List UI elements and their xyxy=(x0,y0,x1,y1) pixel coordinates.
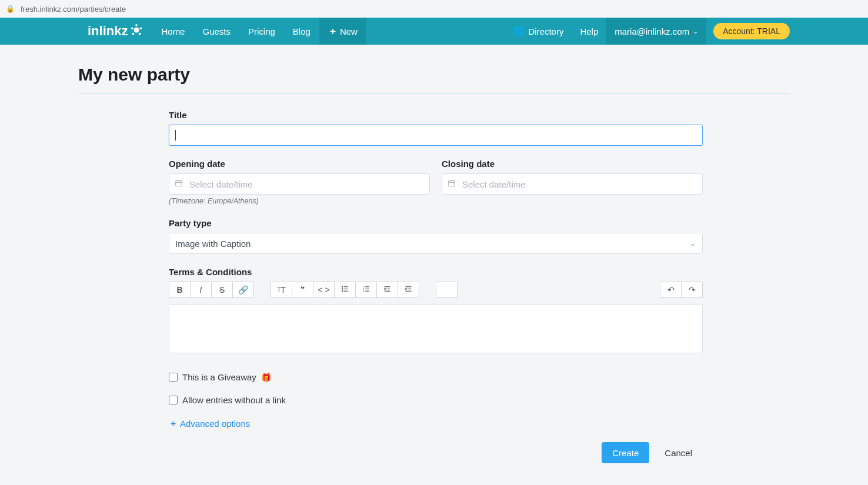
page-divider xyxy=(78,93,790,93)
nav-blog[interactable]: Blog xyxy=(284,18,319,45)
link-icon: 🔗 xyxy=(238,285,248,295)
svg-rect-10 xyxy=(449,180,455,186)
globe-icon: 🌐 xyxy=(513,26,525,36)
nav-directory-label: Directory xyxy=(528,26,563,36)
svg-rect-6 xyxy=(176,180,182,186)
chevron-down-icon: ⌄ xyxy=(693,28,698,35)
redo-icon: ↷ xyxy=(689,285,696,295)
outdent-icon xyxy=(383,285,392,295)
ul-button[interactable] xyxy=(334,282,356,298)
svg-point-2 xyxy=(140,27,142,29)
terms-editor[interactable] xyxy=(169,304,703,353)
browser-url-bar: 🔒 fresh.inlinkz.com/parties/create xyxy=(0,0,868,18)
indent-button[interactable] xyxy=(398,282,419,298)
opening-date-input[interactable] xyxy=(169,173,430,195)
code-icon: < > xyxy=(318,285,329,295)
title-label: Title xyxy=(169,110,703,120)
list-ol-icon: 123 xyxy=(362,285,370,295)
list-ul-icon xyxy=(340,285,349,295)
svg-point-4 xyxy=(132,32,135,35)
nav-user-menu[interactable]: maria@inlinkz.com⌄ xyxy=(606,18,706,45)
cancel-button[interactable]: Cancel xyxy=(654,442,703,463)
strikethrough-button[interactable]: S xyxy=(211,282,233,298)
page-title: My new party xyxy=(78,65,790,85)
svg-point-17 xyxy=(342,286,343,287)
nav-new-label: New xyxy=(340,26,358,36)
quote-button[interactable]: ❞ xyxy=(292,282,313,298)
indent-icon xyxy=(404,285,413,295)
nav-pricing[interactable]: Pricing xyxy=(239,18,284,45)
account-badge[interactable]: Account: TRIAL xyxy=(713,23,790,39)
svg-point-5 xyxy=(131,27,133,29)
plus-icon: ＋ xyxy=(328,25,338,38)
logo-text: inlinkz xyxy=(88,24,128,39)
fontsize-button[interactable]: TT xyxy=(271,282,292,298)
nav-home[interactable]: Home xyxy=(152,18,193,45)
toolbar-spacer xyxy=(436,282,458,298)
closing-date-input[interactable] xyxy=(442,173,703,195)
calendar-icon xyxy=(448,179,456,189)
opening-date-label: Opening date xyxy=(169,159,430,169)
code-button[interactable]: < > xyxy=(313,282,335,298)
gift-icon: 🎁 xyxy=(261,373,271,382)
link-button[interactable]: 🔗 xyxy=(232,282,254,298)
quote-icon: ❞ xyxy=(301,285,305,295)
nav-user-email: maria@inlinkz.com xyxy=(615,26,689,36)
editor-toolbar: B I S 🔗 TT ❞ < > 123 xyxy=(169,282,703,298)
svg-point-0 xyxy=(134,27,139,32)
timezone-hint: (Timezone: Europe/Athens) xyxy=(169,197,430,205)
party-type-select[interactable]: Image with Caption xyxy=(169,233,703,254)
nav-new[interactable]: ＋New xyxy=(319,18,366,45)
closing-date-label: Closing date xyxy=(442,159,703,169)
nav-help[interactable]: Help xyxy=(572,18,606,45)
allow-nolink-label: Allow entries without a link xyxy=(182,395,286,405)
party-type-selected: Image with Caption xyxy=(175,239,251,249)
undo-icon: ↶ xyxy=(667,285,675,295)
giveaway-checkbox-row[interactable]: This is a Giveaway 🎁 xyxy=(169,372,703,382)
terms-label: Terms & Conditions xyxy=(169,267,703,277)
allow-nolink-checkbox[interactable] xyxy=(169,396,178,404)
svg-text:3: 3 xyxy=(363,290,365,293)
text-cursor xyxy=(175,130,176,141)
giveaway-label: This is a Giveaway xyxy=(182,372,256,382)
allow-nolink-checkbox-row[interactable]: Allow entries without a link xyxy=(169,395,703,405)
svg-point-3 xyxy=(139,32,141,35)
redo-button[interactable]: ↷ xyxy=(681,282,703,298)
advanced-options-label: Advanced options xyxy=(180,419,250,429)
svg-point-18 xyxy=(342,289,343,289)
top-nav: inlinkz Home Guests Pricing Blog ＋New 🌐D… xyxy=(0,18,868,45)
calendar-icon xyxy=(175,179,183,189)
create-button[interactable]: Create xyxy=(602,442,649,463)
logo[interactable]: inlinkz xyxy=(78,24,152,39)
advanced-options-toggle[interactable]: ＋ Advanced options xyxy=(169,418,703,429)
lock-icon: 🔒 xyxy=(6,5,15,13)
giveaway-checkbox[interactable] xyxy=(169,373,178,382)
plus-icon: ＋ xyxy=(169,418,178,429)
nav-guests[interactable]: Guests xyxy=(193,18,239,45)
nav-directory[interactable]: 🌐Directory xyxy=(505,18,572,45)
title-input[interactable] xyxy=(169,125,703,146)
svg-point-19 xyxy=(342,291,343,292)
svg-point-1 xyxy=(136,24,138,26)
party-type-label: Party type xyxy=(169,218,703,228)
bold-button[interactable]: B xyxy=(169,282,191,298)
ol-button[interactable]: 123 xyxy=(355,282,377,298)
logo-mark-icon xyxy=(130,24,143,39)
browser-url: fresh.inlinkz.com/parties/create xyxy=(21,5,126,14)
italic-button[interactable]: I xyxy=(190,282,212,298)
outdent-button[interactable] xyxy=(376,282,398,298)
undo-button[interactable]: ↶ xyxy=(660,282,682,298)
